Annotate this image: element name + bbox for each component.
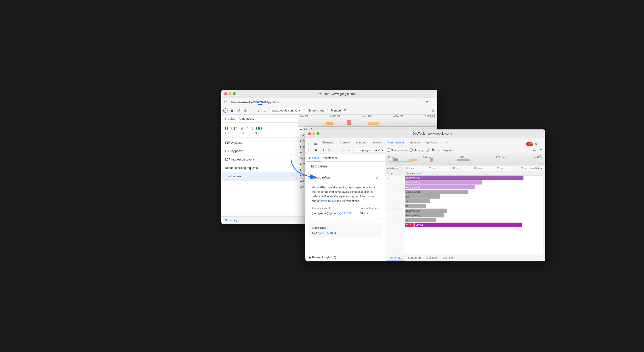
bg-inspect-icon[interactable]: ⬚ — [223, 100, 228, 105]
fg-bottom-tab-summary[interactable]: Summary — [387, 254, 405, 261]
bg-insight-third-parties[interactable]: Third parties — [221, 172, 298, 181]
fg-tab-elements[interactable]: Elements — [320, 139, 337, 146]
bg-application-tab[interactable]: Application — [269, 100, 274, 105]
fg-passed-insights[interactable]: ▶ Passed insights (6) — [305, 253, 385, 261]
bg-insight-inp-by-phase[interactable]: INP by phase — [221, 139, 298, 147]
bg-traffic-lights — [224, 92, 236, 95]
fg-download-icon[interactable]: ↓ — [340, 148, 345, 152]
fg-tab-annotations-inner[interactable]: Annotations — [321, 155, 340, 161]
fg-total-reflow-label: Total reflow time — [360, 206, 379, 210]
bg-close-button[interactable] — [224, 92, 227, 95]
fg-inspect-icon[interactable]: ⬚ — [307, 141, 312, 146]
fg-flame-content[interactable]: Evaluate script (anonymous) (anonymous) … — [404, 171, 543, 254]
bg-insight-render-blocking[interactable]: Render blocking requests — [221, 164, 298, 172]
fg-bar-anon2[interactable]: (anonymous) — [405, 180, 482, 185]
bg-settings-icon2[interactable]: ⚙ — [430, 108, 436, 113]
bg-insight-lcp-request[interactable]: LCP request discovery — [221, 155, 298, 164]
fg-bar-s[interactable]: S — [405, 199, 430, 203]
fg-memory-input[interactable] — [410, 148, 412, 151]
fg-url-chip[interactable]: www.google.com #1 ▾ — [353, 148, 385, 152]
bg-maximize-button[interactable] — [233, 92, 236, 95]
fg-tab-more[interactable]: >> — [442, 139, 451, 146]
bg-memory-input[interactable] — [327, 109, 330, 112]
fg-sync-icon[interactable]: ⇅ — [431, 148, 434, 152]
fg-clear-icon[interactable]: ⊘ — [327, 148, 332, 152]
bg-refresh-icon[interactable]: ↺ — [236, 108, 241, 113]
bg-url-dropdown-icon[interactable]: ▾ — [298, 109, 300, 112]
fg-function-link[interactable]: (index):117:335 — [332, 211, 352, 215]
fg-bar-anon3[interactable]: (anonymous) — [405, 185, 474, 189]
bg-memory-checkbox[interactable]: Memory — [327, 109, 342, 112]
bg-home-icon[interactable]: ⌂ — [263, 108, 268, 113]
fg-bottom-tab-bottom-up[interactable]: Bottom-up — [405, 254, 424, 261]
bg-tab-insights[interactable]: Insights — [223, 116, 237, 122]
fg-bottom-tab-event-log[interactable]: Event log — [440, 254, 457, 261]
fg-bar-google-maft[interactable]: google.c.maft — [405, 190, 468, 194]
bg-insight-lcp-by-phase[interactable]: LCP by phase — [221, 147, 298, 155]
fg-tab-console[interactable]: Console — [337, 139, 353, 146]
fg-bottom-tab-call-tree[interactable]: Call tree — [424, 254, 440, 261]
svg-rect-6 — [430, 158, 433, 162]
bg-metrics-row: 0.24s LCP 4ms INP 0.00 CLS — [221, 123, 298, 138]
bg-stop-icon[interactable]: ⏺ — [230, 108, 234, 113]
fg-tab-performance[interactable]: Performance — [385, 139, 406, 146]
svg-rect-2 — [368, 122, 379, 125]
fg-close-button[interactable] — [308, 132, 311, 135]
fg-home-icon[interactable]: ⌂ — [346, 148, 352, 152]
fg-bar-e[interactable]: E — [405, 204, 426, 208]
fg-forced-reflow-link[interactable]: forced reflow — [320, 199, 336, 203]
fg-memory-checkbox[interactable]: Memory — [410, 148, 424, 152]
fg-help-icon[interactable]: ? — [539, 148, 544, 152]
bg-minimize-button[interactable] — [228, 92, 232, 95]
fg-refresh-icon[interactable]: ↺ — [320, 148, 325, 152]
bg-screenshots-input[interactable] — [304, 109, 307, 112]
devtools-fg-window: DevTools - www.google.com/ ⬚ ▭ Elements … — [305, 129, 545, 261]
fg-bar-anon4[interactable]: (anonymous) — [405, 208, 447, 213]
fg-tab-application[interactable]: Application — [422, 139, 442, 146]
bg-more-icon[interactable]: ⋮ — [430, 100, 436, 105]
fg-collapse-icon[interactable]: ∧ — [376, 175, 379, 180]
bg-more-tabs[interactable]: » — [275, 100, 280, 105]
bg-url-chip[interactable]: www.google.com #1 ▾ — [270, 108, 302, 113]
scene: DevTools - www.google.com/ ⬚ ▭ Elements … — [207, 90, 437, 263]
fg-right-scrollbar[interactable] — [543, 171, 545, 254]
fg-tab-network[interactable]: Network — [369, 139, 385, 146]
fg-bar-a[interactable]: A — [405, 218, 436, 222]
bg-lcp-value: 0.24s — [225, 125, 237, 132]
fg-mini-overview[interactable]: 491 ms 991 ms 1,491 ms 1,991 ms 2,491 ms… — [385, 154, 545, 165]
fg-more-icon[interactable]: ⋮ — [539, 141, 544, 146]
fg-settings-icon2[interactable]: ⚙ — [532, 148, 537, 152]
bg-network-arrow: ▶ — [300, 128, 302, 131]
fg-url-dropdown-icon[interactable]: ▾ — [382, 148, 383, 152]
fg-bar-anon1[interactable]: (anonymous) — [405, 175, 523, 180]
fg-network-scale-label: ▶ Network — [385, 166, 404, 171]
bg-network-condition-icon[interactable]: ⊞ — [344, 108, 346, 113]
fg-tab-memory[interactable]: Memory — [406, 139, 422, 146]
fg-bar-ha[interactable]: ha — [405, 194, 440, 199]
fg-record-icon[interactable]: ⏺ — [314, 148, 318, 152]
fg-maximize-button[interactable] — [316, 132, 320, 135]
bg-clear-icon[interactable]: ⊘ — [243, 108, 248, 113]
fg-label-empty3 — [385, 194, 404, 199]
fg-tab-sources[interactable]: Sources — [353, 139, 369, 146]
fg-screenshots-checkbox[interactable]: Screenshots — [387, 148, 406, 152]
fg-screenshots-input[interactable] — [387, 148, 390, 151]
bg-record-icon[interactable]: ⬚ — [223, 108, 228, 113]
bg-tab-annotations[interactable]: Annotations — [237, 116, 256, 122]
fg-panel-icon[interactable]: ⬚ — [307, 148, 312, 152]
fg-settings-icon[interactable]: ⚙ — [534, 141, 539, 146]
bg-settings-icon[interactable]: ⚙ — [425, 100, 430, 105]
fg-upload-icon[interactable]: ↑ — [334, 148, 338, 152]
fg-bar-anon5[interactable]: (anonymous) — [405, 213, 444, 217]
fg-stack-entry-link[interactable]: (index):5:1054 — [318, 231, 336, 234]
bg-screenshots-checkbox[interactable]: Screenshots — [304, 109, 324, 112]
bg-upload-icon[interactable]: ↑ — [250, 108, 254, 113]
fg-bar-layout[interactable]: Layout — [414, 222, 522, 227]
bg-download-icon[interactable]: ↓ — [256, 108, 261, 113]
fg-network-icon[interactable]: ⊞ — [426, 148, 429, 152]
fg-devices-icon[interactable]: ▭ — [313, 141, 318, 146]
bg-mini-timeline[interactable]: 997 ms 1,997 ms 2,997 ms 3,997 ms 4,997 … — [298, 115, 437, 127]
fg-label-anon2: (...) — [385, 180, 404, 185]
fg-bar-re[interactable]: R...e — [405, 222, 413, 227]
fg-minimize-button[interactable] — [312, 132, 315, 135]
